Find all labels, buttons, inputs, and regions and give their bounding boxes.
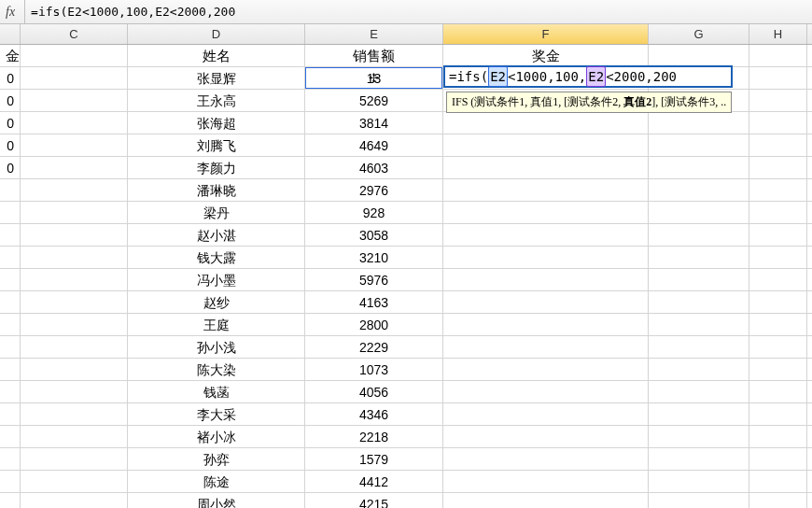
cell[interactable] — [443, 493, 649, 508]
cell[interactable] — [749, 493, 807, 508]
cell[interactable] — [443, 448, 649, 470]
col-header-d[interactable]: D — [128, 24, 305, 44]
cell[interactable]: 梁丹 — [128, 202, 305, 223]
cell[interactable] — [649, 381, 749, 402]
cell[interactable] — [0, 381, 21, 402]
cell[interactable] — [649, 314, 749, 335]
cell[interactable] — [649, 291, 749, 313]
col-header-e[interactable]: E — [305, 24, 443, 44]
cell[interactable] — [0, 314, 21, 335]
cell[interactable] — [443, 224, 649, 246]
cell[interactable] — [0, 426, 21, 447]
cell[interactable] — [21, 45, 128, 66]
cell[interactable] — [649, 426, 749, 447]
cell[interactable] — [443, 269, 649, 290]
cell[interactable] — [21, 493, 128, 508]
cell[interactable] — [443, 247, 649, 268]
cell[interactable] — [21, 403, 128, 425]
cell[interactable] — [443, 202, 649, 223]
cell[interactable]: 赵纱 — [128, 291, 305, 313]
cell[interactable] — [749, 381, 807, 402]
cell-editor[interactable]: =ifs(E2<1000,100,E2<2000,200 — [443, 65, 733, 88]
cell[interactable] — [749, 224, 807, 246]
cell[interactable] — [443, 381, 649, 402]
cell[interactable] — [443, 403, 649, 425]
cell[interactable] — [21, 426, 128, 447]
cell[interactable] — [0, 247, 21, 268]
cell[interactable] — [649, 336, 749, 358]
cell[interactable] — [749, 314, 807, 335]
cell[interactable] — [649, 134, 749, 156]
cell[interactable] — [21, 157, 128, 178]
col-header-stub[interactable] — [0, 24, 21, 44]
cell[interactable]: 孙小浅 — [128, 336, 305, 358]
cell[interactable] — [443, 291, 649, 313]
cell-name-header[interactable]: 姓名 — [128, 45, 305, 66]
col-header-c[interactable]: C — [21, 24, 128, 44]
cell-sales-header[interactable]: 销售额 — [305, 45, 443, 66]
cell[interactable]: 3814 — [305, 112, 443, 134]
fx-icon[interactable]: fx — [0, 0, 25, 23]
cell[interactable] — [21, 179, 128, 201]
cell[interactable] — [443, 426, 649, 447]
cell[interactable] — [749, 426, 807, 447]
cell[interactable] — [21, 471, 128, 492]
cell[interactable]: 钱菡 — [128, 381, 305, 402]
cell[interactable] — [649, 448, 749, 470]
cell[interactable] — [749, 179, 807, 201]
cell[interactable] — [21, 269, 128, 290]
cell[interactable]: 王庭 — [128, 314, 305, 335]
cell[interactable] — [749, 448, 807, 470]
cell[interactable]: 张海超 — [128, 112, 305, 134]
cell[interactable] — [749, 202, 807, 223]
cell[interactable] — [649, 247, 749, 268]
cell[interactable]: 2976 — [305, 179, 443, 201]
cell[interactable]: 0 — [0, 90, 21, 111]
cell[interactable]: 0 — [0, 112, 21, 134]
cell[interactable] — [0, 179, 21, 201]
cell[interactable] — [749, 90, 807, 111]
cell[interactable] — [443, 157, 649, 178]
cell[interactable] — [649, 359, 749, 380]
cell[interactable]: 3058 — [305, 224, 443, 246]
cell[interactable]: 4346 — [305, 403, 443, 425]
cell[interactable] — [21, 314, 128, 335]
cell[interactable] — [21, 112, 128, 134]
cell[interactable] — [21, 247, 128, 268]
cell[interactable] — [749, 359, 807, 380]
cell[interactable]: 3210 — [305, 247, 443, 268]
cell[interactable]: 1073 — [305, 359, 443, 380]
col-header-h[interactable]: H — [749, 24, 807, 44]
cell[interactable]: 4603 — [305, 157, 443, 178]
cell[interactable]: 周小然 — [128, 493, 305, 508]
cell[interactable]: 冯小墨 — [128, 269, 305, 290]
cell[interactable]: 4056 — [305, 381, 443, 402]
cell[interactable] — [749, 134, 807, 156]
cell[interactable]: 王永高 — [128, 90, 305, 111]
cell[interactable] — [649, 269, 749, 290]
cell[interactable] — [21, 224, 128, 246]
cell[interactable] — [0, 448, 21, 470]
cell[interactable] — [649, 179, 749, 201]
cell[interactable] — [649, 224, 749, 246]
cell[interactable]: 4412 — [305, 471, 443, 492]
cell[interactable]: 4163 — [305, 291, 443, 313]
cell[interactable] — [21, 381, 128, 402]
cell[interactable] — [649, 493, 749, 508]
cell[interactable] — [0, 359, 21, 380]
cell[interactable] — [649, 202, 749, 223]
cell[interactable]: 褚小冰 — [128, 426, 305, 447]
cell[interactable] — [649, 45, 749, 66]
cell[interactable]: 4215 — [305, 493, 443, 508]
cell[interactable]: 2800 — [305, 314, 443, 335]
cell[interactable] — [649, 112, 749, 134]
cell[interactable] — [749, 112, 807, 134]
cell[interactable]: 4649 — [305, 134, 443, 156]
cell[interactable] — [0, 269, 21, 290]
cell[interactable]: 0 — [0, 134, 21, 156]
cell[interactable] — [749, 269, 807, 290]
cell[interactable] — [21, 90, 128, 111]
cell[interactable]: 0 — [0, 157, 21, 178]
cell[interactable] — [649, 471, 749, 492]
cell[interactable] — [443, 336, 649, 358]
